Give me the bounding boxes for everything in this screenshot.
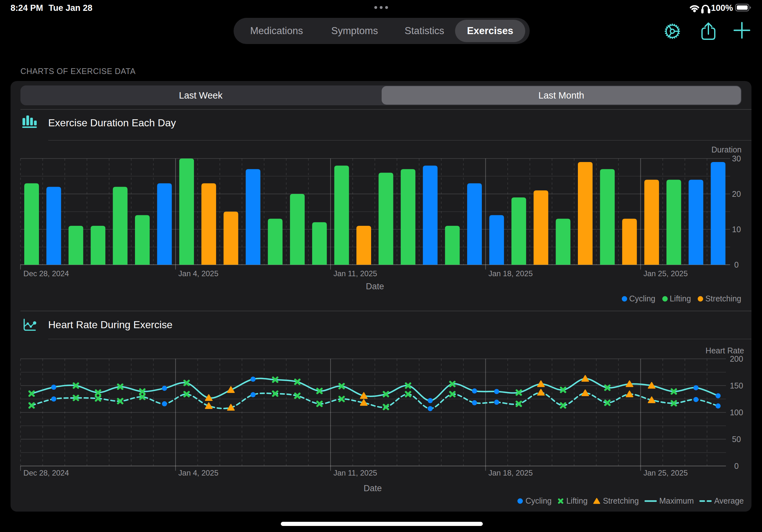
svg-text:Dec 28, 2024: Dec 28, 2024 [23,469,69,477]
svg-text:Jan 4, 2025: Jan 4, 2025 [178,469,218,477]
svg-text:Date: Date [363,484,382,493]
svg-text:Duration: Duration [712,145,742,154]
svg-text:30: 30 [732,154,741,163]
svg-text:200: 200 [730,354,743,363]
svg-text:Jan 25, 2025: Jan 25, 2025 [644,269,688,278]
svg-text:Date: Date [366,282,384,291]
svg-text:Heart Rate: Heart Rate [706,346,744,355]
svg-text:Jan 18, 2025: Jan 18, 2025 [489,269,533,278]
svg-text:20: 20 [732,189,741,198]
svg-text:Jan 25, 2025: Jan 25, 2025 [644,469,688,477]
svg-text:0: 0 [734,260,739,269]
svg-text:Jan 4, 2025: Jan 4, 2025 [178,269,218,278]
svg-text:0: 0 [734,461,739,470]
svg-text:150: 150 [730,381,743,390]
svg-text:Jan 11, 2025: Jan 11, 2025 [334,269,377,278]
svg-text:50: 50 [732,435,741,444]
svg-text:Dec 28, 2024: Dec 28, 2024 [23,269,69,278]
svg-text:Jan 11, 2025: Jan 11, 2025 [334,469,377,477]
svg-text:100: 100 [730,408,743,417]
svg-text:Jan 18, 2025: Jan 18, 2025 [489,469,533,477]
svg-text:10: 10 [732,225,741,234]
